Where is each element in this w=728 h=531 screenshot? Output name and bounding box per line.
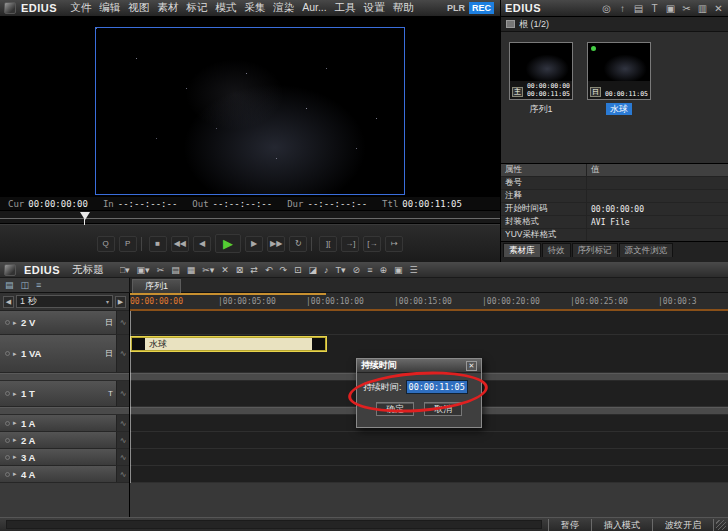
mute-icon[interactable]: ♪ [324,265,329,275]
property-row[interactable]: 卷号 [501,177,728,190]
duration-icon[interactable]: ⊘ [353,265,361,275]
clip-out-handle[interactable] [312,338,325,350]
track-select-dot[interactable] [5,438,10,443]
menu-item[interactable]: 文件 [66,1,95,15]
delete-icon[interactable]: ✕ [713,3,724,14]
rec-indicator[interactable]: REC [469,2,494,14]
clip-in-handle[interactable] [132,338,145,350]
track-group-divider[interactable] [0,407,129,415]
bin-folder-bar[interactable]: 根 (1/2) [501,17,728,32]
track-select-dot[interactable] [5,391,10,396]
waveform-toggle[interactable]: ∿ [116,381,129,406]
view-mode-icon[interactable]: ▤ [633,3,644,14]
video-enable-icon[interactable]: 日 [105,348,113,359]
duration-input[interactable]: 00:00:11:05 [406,380,468,394]
waveform-toggle[interactable]: ∿ [116,432,129,448]
copy-icon[interactable]: ▤ [171,265,180,275]
track-expand-icon[interactable]: ▸ [13,453,21,461]
track-expand-icon[interactable]: ▸ [13,390,21,398]
menu-item[interactable]: 素材 [153,1,182,15]
menu-item[interactable]: 编辑 [95,1,124,15]
track-header-1t[interactable]: ▸ 1 T T ∿ [0,381,129,407]
video-enable-icon[interactable]: 日 [105,317,113,328]
play-button[interactable]: ▶ [215,234,241,253]
search-icon[interactable]: ◎ [601,3,612,14]
lane-4a[interactable] [130,466,728,483]
track-header-3a[interactable]: ▸ 3 A ∿ [0,449,129,466]
goto-in-button[interactable]: →] [341,236,359,252]
track-header-1va[interactable]: ▸ 1 VA 日 ∿ [0,335,129,373]
track-select-dot[interactable] [5,320,10,325]
track-select-dot[interactable] [5,455,10,460]
stop-button[interactable]: ■ [149,236,167,252]
track-select-dot[interactable] [5,421,10,426]
track-expand-icon[interactable]: ▸ [13,350,21,358]
property-row[interactable]: 封装格式 AVI File [501,216,728,229]
bin-tab[interactable]: 源文件浏览 [619,243,674,257]
monitor-icon[interactable]: ▣ [394,265,403,275]
export-button[interactable]: ↦ [385,236,403,252]
bin-clip-sequence1[interactable]: 00:00:00:00 00:00:11:05 主 序列1 [509,42,573,163]
monitor-icon[interactable]: ▣ [665,3,676,14]
goto-out-button[interactable]: [→ [363,236,381,252]
rewind-button[interactable]: ◀◀ [171,236,189,252]
resize-grip[interactable] [716,520,726,530]
bin-clip-waterball[interactable]: 00:00:11:05 日 水球 [587,42,651,163]
clip-label[interactable]: 序列1 [525,103,556,115]
paste-icon[interactable]: ▦ [187,265,196,275]
save-icon[interactable]: ▣▾ [137,265,150,275]
add-transition-icon[interactable]: ◪ [309,265,318,275]
track-select-dot[interactable] [5,472,10,477]
value-column-header[interactable]: 值 [587,164,728,176]
menu-item[interactable]: 视图 [124,1,153,15]
property-row[interactable]: YUV采样格式 [501,229,728,241]
waveform-toggle[interactable]: ∿ [116,311,129,334]
zoom-out-button[interactable]: ◀ [3,296,14,308]
title-track-icon[interactable]: T [108,389,113,398]
delete-icon[interactable]: ✕ [221,265,229,275]
clip-label-selected[interactable]: 水球 [606,103,632,115]
ripple-cut-icon[interactable]: ✂▾ [202,265,214,275]
sync-mode-icon[interactable]: ◫ [21,280,30,290]
fast-forward-button[interactable]: ▶▶ [267,236,285,252]
undo-icon[interactable]: ↶ [265,265,273,275]
property-row[interactable]: 注释 [501,190,728,203]
track-header-4a[interactable]: ▸ 4 A ∿ [0,466,129,483]
ripple-delete-icon[interactable]: ⊠ [236,265,244,275]
ok-button[interactable]: 确定 [376,402,414,416]
waveform-toggle[interactable]: ∿ [116,466,129,482]
track-header-2a[interactable]: ▸ 2 A ∿ [0,432,129,449]
menu-item[interactable]: 采集 [240,1,269,15]
property-row[interactable]: 开始时间码 00:00:00:00 [501,203,728,216]
scrubber[interactable] [0,210,500,224]
ripple-mode-icon[interactable]: ≡ [36,280,41,290]
copy-icon[interactable]: ▥ [697,3,708,14]
property-column-header[interactable]: 属性 [501,164,587,176]
clip-thumbnail[interactable]: 00:00:11:05 日 [587,42,651,100]
track-header-2v[interactable]: ▸ 2 V 日 ∿ [0,311,129,335]
lane-2v[interactable] [130,311,728,335]
waveform-toggle[interactable]: ∿ [116,335,129,372]
cancel-button[interactable]: 取消 [424,402,462,416]
sequence-tab[interactable]: 序列1 [132,279,181,293]
cue-out-button[interactable]: P [119,236,137,252]
menu-item[interactable]: 工具 [331,1,360,15]
menu-item[interactable]: 渲染 [269,1,298,15]
new-sequence-icon[interactable]: □▾ [120,265,130,275]
menu-icon[interactable]: ☰ [409,265,417,275]
folder-up-icon[interactable]: ↑ [617,3,628,14]
track-group-divider[interactable] [0,373,129,381]
track-expand-icon[interactable]: ▸ [13,436,21,444]
loop-button[interactable]: ↻ [289,236,307,252]
zoom-in-button[interactable]: ▶ [115,296,126,308]
menu-item[interactable]: 标记 [182,1,211,15]
mixer-icon[interactable]: ≡ [367,265,372,275]
timeline-playhead[interactable] [130,311,131,483]
track-expand-icon[interactable]: ▸ [13,319,21,327]
track-patch-icon[interactable]: ▤ [5,280,14,290]
bin-tab[interactable]: 序列标记 [572,243,618,257]
swap-icon[interactable]: ⇄ [250,265,258,275]
add-title-icon[interactable]: T [649,3,660,14]
waveform-toggle[interactable]: ∿ [116,449,129,465]
clip-thumbnail[interactable]: 00:00:00:00 00:00:11:05 主 [509,42,573,100]
